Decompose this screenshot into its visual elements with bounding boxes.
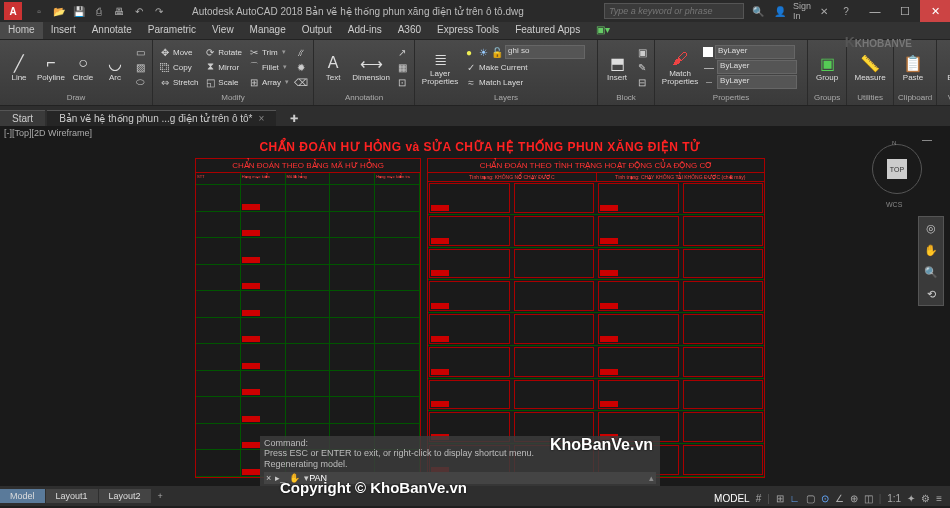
status-snap-icon[interactable]: ⊞	[774, 493, 786, 504]
viewport-label[interactable]: [-][Top][2D Wireframe]	[4, 128, 92, 138]
make-current-button[interactable]: ✓Make Current	[463, 60, 593, 75]
move-button[interactable]: ✥Move	[157, 45, 200, 60]
array-button[interactable]: ⊞Array▾	[246, 75, 291, 90]
circle-button[interactable]: ○Circle	[68, 43, 98, 91]
status-annovis-icon[interactable]: ✦	[905, 493, 917, 504]
status-grid-icon[interactable]: #	[754, 493, 764, 504]
polyline-button[interactable]: ⌐Polyline	[36, 43, 66, 91]
layer-properties-button[interactable]: ≣Layer Properties	[419, 43, 461, 91]
signin-icon[interactable]: 👤	[770, 3, 790, 19]
viewcube[interactable]: — TOP N WCS	[862, 134, 932, 204]
maximize-button[interactable]: ☐	[890, 0, 920, 22]
insert-button[interactable]: ⬒Insert	[602, 43, 632, 91]
rotate-button[interactable]: ⟳Rotate	[202, 45, 244, 60]
status-polar-icon[interactable]: ▢	[804, 493, 817, 504]
viewcube-min-icon[interactable]: —	[922, 134, 932, 145]
tab-parametric[interactable]: Parametric	[140, 22, 204, 39]
zoom-icon[interactable]: 🔍	[919, 261, 943, 283]
new-icon[interactable]: ▫	[30, 2, 48, 20]
layout2-tab[interactable]: Layout2	[99, 489, 151, 503]
tab-annotate[interactable]: Annotate	[84, 22, 140, 39]
table-button[interactable]: ▦	[394, 60, 410, 75]
fillet-button[interactable]: ⌒Fillet▾	[246, 60, 291, 75]
draw-more3[interactable]: ⬭	[132, 75, 148, 90]
copy-button[interactable]: ⿻Copy	[157, 60, 200, 75]
measure-button[interactable]: 📏Measure	[851, 43, 889, 91]
file-tab[interactable]: Bản vẽ hệ thống phun ...g điện tử trên ô…	[47, 110, 276, 126]
lineweight-select[interactable]: ByLayer	[717, 60, 797, 74]
tab-a360[interactable]: A360	[390, 22, 429, 39]
stretch-button[interactable]: ⇔Stretch	[157, 75, 200, 90]
trim-button[interactable]: ✂Trim▾	[246, 45, 291, 60]
linetype-select[interactable]: ByLayer	[717, 75, 797, 89]
orbit-icon[interactable]: ⟲	[919, 283, 943, 305]
help-icon[interactable]: ?	[836, 3, 856, 19]
minimize-button[interactable]: —	[860, 0, 890, 22]
text-button[interactable]: AText	[318, 43, 348, 91]
status-menu-icon[interactable]: ≡	[934, 493, 944, 504]
saveas-icon[interactable]: ⎙	[90, 2, 108, 20]
line-button[interactable]: ╱Line	[4, 43, 34, 91]
mirror-button[interactable]: ⧗Mirror	[202, 60, 244, 75]
status-ortho-icon[interactable]: ∟	[788, 493, 802, 504]
bulb-icon[interactable]: ●	[463, 46, 475, 58]
close-button[interactable]: ✕	[920, 0, 950, 22]
attr-block[interactable]: ⊟	[634, 75, 650, 90]
match-properties-button[interactable]: 🖌Match Properties	[659, 43, 701, 91]
modify-ext3[interactable]: ⌫	[293, 75, 309, 90]
tab-addon[interactable]: ▣▾	[588, 22, 618, 39]
sun-icon[interactable]: ☀	[477, 46, 489, 58]
status-gear-icon[interactable]: ⚙	[919, 493, 932, 504]
model-tab[interactable]: Model	[0, 489, 45, 503]
layout1-tab[interactable]: Layout1	[46, 489, 98, 503]
match-layer-button[interactable]: ≈Match Layer	[463, 75, 593, 90]
status-osnap-icon[interactable]: ⊙	[819, 493, 831, 504]
tab-addins[interactable]: Add-ins	[340, 22, 390, 39]
status-transp-icon[interactable]: ◫	[862, 493, 875, 504]
scale-button[interactable]: ◱Scale	[202, 75, 244, 90]
paste-button[interactable]: 📋Paste	[898, 43, 928, 91]
status-model[interactable]: MODEL	[712, 493, 752, 504]
tab-view[interactable]: View	[204, 22, 242, 39]
pan-icon[interactable]: ✋	[919, 239, 943, 261]
create-block[interactable]: ▣	[634, 45, 650, 60]
draw-more2[interactable]: ▨	[132, 60, 148, 75]
plot-icon[interactable]: 🖶	[110, 2, 128, 20]
color-select[interactable]: ByLayer	[715, 45, 795, 59]
status-annoscale[interactable]: 1:1	[885, 493, 903, 504]
tab-manage[interactable]: Manage	[242, 22, 294, 39]
lock-icon[interactable]: 🔓	[491, 46, 503, 58]
status-otrack-icon[interactable]: ∠	[833, 493, 846, 504]
wcs-label[interactable]: WCS	[886, 201, 902, 208]
modify-ext2[interactable]: ✹	[293, 60, 309, 75]
modify-ext1[interactable]: ⫽	[293, 45, 309, 60]
search-input[interactable]	[604, 3, 744, 19]
steering-wheel-icon[interactable]: ◎	[919, 217, 943, 239]
edit-block[interactable]: ✎	[634, 60, 650, 75]
dimension-button[interactable]: ⟷Dimension	[350, 43, 392, 91]
tab-insert[interactable]: Insert	[43, 22, 84, 39]
viewcube-face[interactable]: TOP	[887, 159, 907, 179]
new-tab-button[interactable]: ✚	[278, 111, 310, 126]
tab-express[interactable]: Express Tools	[429, 22, 507, 39]
open-icon[interactable]: 📂	[50, 2, 68, 20]
arc-button[interactable]: ◡Arc	[100, 43, 130, 91]
app-logo[interactable]: A	[4, 2, 22, 20]
save-icon[interactable]: 💾	[70, 2, 88, 20]
drawing-viewport[interactable]: [-][Top][2D Wireframe] CHẨN ĐOÁN HƯ HỎNG…	[0, 126, 950, 486]
close-tab-icon[interactable]: ×	[258, 113, 264, 124]
undo-icon[interactable]: ↶	[130, 2, 148, 20]
close-cmd-icon[interactable]: ×	[266, 473, 271, 483]
signin-link[interactable]: Sign In	[792, 3, 812, 19]
redo-icon[interactable]: ↷	[150, 2, 168, 20]
status-lwt-icon[interactable]: ⊕	[848, 493, 860, 504]
tab-featured[interactable]: Featured Apps	[507, 22, 588, 39]
search-icon[interactable]: 🔍	[748, 3, 768, 19]
annot-more[interactable]: ⊡	[394, 75, 410, 90]
layer-select[interactable]: ghi so	[505, 45, 585, 59]
base-button[interactable]: ◫Base	[941, 43, 950, 91]
group-button[interactable]: ▣Group	[812, 43, 842, 91]
leader-button[interactable]: ↗	[394, 45, 410, 60]
add-layout-button[interactable]: +	[152, 489, 169, 503]
draw-more1[interactable]: ▭	[132, 45, 148, 60]
